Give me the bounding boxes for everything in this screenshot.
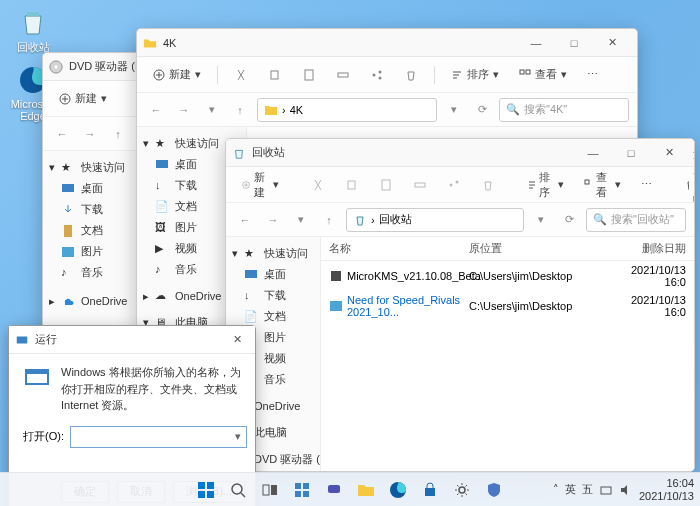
forward-button[interactable]: → [79,123,101,145]
edge-button[interactable] [384,476,412,504]
address-input[interactable]: ›4K [257,98,437,122]
back-button[interactable]: ← [51,123,73,145]
delete-button[interactable] [473,172,503,198]
svg-rect-10 [338,73,348,77]
security-button[interactable] [480,476,508,504]
chat-button[interactable] [320,476,348,504]
chevron-down-icon[interactable]: ▾ [290,209,312,231]
settings-button[interactable] [448,476,476,504]
minimize-button[interactable]: ― [517,30,555,56]
addressbar: ← → ▾ ↑ ›回收站 ▾ ⟳ 🔍搜索"回收站" [226,203,694,237]
titlebar[interactable]: 4K ― □ ✕ [137,29,637,57]
taskview-button[interactable] [256,476,284,504]
back-button[interactable]: ← [145,99,167,121]
file-row[interactable]: Need for Speed_Rivals 2021_10... C:\User… [321,291,694,321]
svg-point-22 [456,180,459,183]
more-button[interactable]: ⋯ [633,172,660,198]
sort-button[interactable]: 排序▾ [443,62,507,88]
search-button[interactable] [224,476,252,504]
tray-chevron-icon[interactable]: ˄ [553,483,559,496]
close-button[interactable]: ✕ [593,30,631,56]
paste-button[interactable] [371,172,401,198]
new-button[interactable]: 新建▾ [51,86,115,112]
file-row[interactable]: MicroKMS_v21.10.08_Beta C:\Users\jim\Des… [321,261,694,291]
new-button[interactable]: 新建▾ [234,172,287,198]
sort-button[interactable]: 排序▾ [519,172,572,198]
start-button[interactable] [192,476,220,504]
network-icon[interactable] [599,483,613,497]
sidebar-desktop[interactable]: 桌面 [226,264,320,285]
chevron-down-icon: ▾ [195,68,201,81]
sidebar-documents[interactable]: 📄文档 [226,306,320,327]
search-input[interactable]: 🔍搜索"回收站" [586,208,686,232]
search-input[interactable]: 🔍搜索"4K" [499,98,629,122]
svg-rect-9 [305,70,313,80]
copy-button[interactable] [337,172,367,198]
empty-recyclebin-button[interactable]: 清空回收站 [676,172,695,198]
refresh-button[interactable]: ⟳ [471,99,493,121]
up-button[interactable]: ↑ [229,99,251,121]
chevron-right-icon: › [371,214,375,226]
close-button[interactable]: ✕ [650,140,688,166]
col-del[interactable]: 删除日期 [619,241,686,256]
clock[interactable]: 16:04 2021/10/13 [639,477,694,501]
titlebar[interactable]: 回收站 ― □ ✕ [226,139,694,167]
maximize-button[interactable]: □ [612,140,650,166]
dropdown-button[interactable]: ▾ [530,209,552,231]
col-name[interactable]: 名称 [329,241,469,256]
toolbar: 新建▾ 排序▾ 查看▾ ⋯ [137,57,637,93]
run-input[interactable] [70,426,247,448]
forward-button[interactable]: → [173,99,195,121]
rename-button[interactable] [328,62,358,88]
chevron-right-icon: ▸ [143,290,149,303]
volume-icon[interactable] [619,483,633,497]
star-icon: ★ [244,247,258,261]
new-button[interactable]: 新建▾ [145,62,209,88]
share-button[interactable] [362,62,392,88]
cut-button[interactable] [303,172,333,198]
col-orig[interactable]: 原位置 [469,241,619,256]
svg-rect-4 [62,184,74,192]
forward-button[interactable]: → [262,209,284,231]
svg-rect-33 [207,491,214,498]
refresh-button[interactable]: ⟳ [558,209,580,231]
paste-button[interactable] [294,62,324,88]
cut-button[interactable] [226,62,256,88]
chevron-down-icon: ▾ [101,92,107,105]
back-button[interactable]: ← [234,209,256,231]
view-button[interactable]: 查看▾ [576,172,629,198]
up-button[interactable]: ↑ [318,209,340,231]
store-button[interactable] [416,476,444,504]
widgets-button[interactable] [288,476,316,504]
chevron-down-icon[interactable]: ▾ [201,99,223,121]
music-icon: ♪ [61,266,75,280]
desktop-icon-recycle[interactable]: 回收站 [8,6,58,55]
rename-button[interactable] [405,172,435,198]
download-icon: ↓ [155,179,169,193]
ime-mode[interactable]: 五 [582,482,593,497]
ime-indicator[interactable]: 英 [565,482,576,497]
svg-rect-5 [64,225,72,237]
sidebar-quick-access[interactable]: ▾★快速访问 [226,243,320,264]
explorer-button[interactable] [352,476,380,504]
minimize-button[interactable]: ― [574,140,612,166]
copy-button[interactable] [260,62,290,88]
chevron-down-icon[interactable]: ▾ [235,430,241,443]
exe-icon [329,269,343,283]
share-button[interactable] [439,172,469,198]
file-orig: C:\Users\jim\Desktop [469,300,619,312]
maximize-button[interactable]: □ [555,30,593,56]
pic-icon [61,245,75,259]
titlebar[interactable]: 运行 ✕ [9,326,255,354]
close-button[interactable]: ✕ [225,330,249,350]
up-button[interactable]: ↑ [107,123,129,145]
more-button[interactable]: ⋯ [579,62,606,88]
address-input[interactable]: ›回收站 [346,208,524,232]
delete-button[interactable] [396,62,426,88]
dropdown-button[interactable]: ▾ [443,99,465,121]
sidebar-downloads[interactable]: ↓下载 [226,285,320,306]
view-button[interactable]: 查看▾ [511,62,575,88]
column-headers[interactable]: 名称 原位置 删除日期 [321,237,694,261]
pic-icon: 🖼 [155,221,169,235]
download-icon: ↓ [244,289,258,303]
